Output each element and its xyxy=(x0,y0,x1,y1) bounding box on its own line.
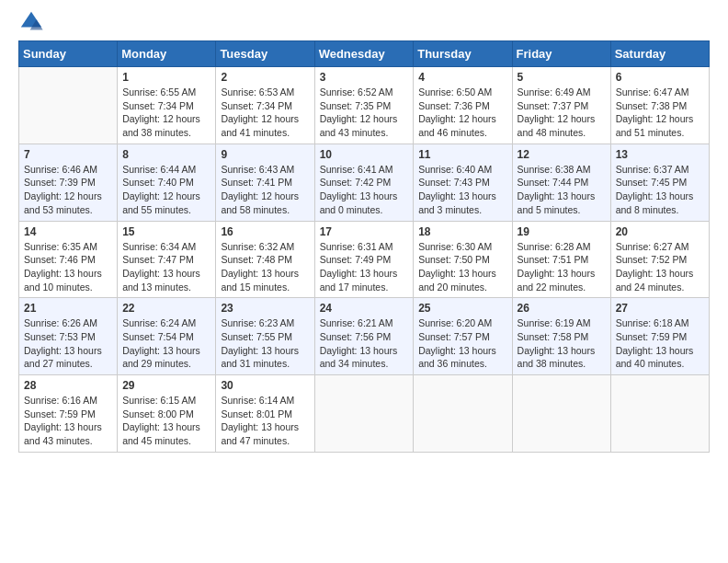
cell-info: Sunrise: 6:37 AM Sunset: 7:45 PM Dayligh… xyxy=(616,163,704,217)
calendar-cell: 24Sunrise: 6:21 AM Sunset: 7:56 PM Dayli… xyxy=(314,298,414,375)
cell-info: Sunrise: 6:55 AM Sunset: 7:34 PM Dayligh… xyxy=(122,86,210,140)
calendar-header-row: SundayMondayTuesdayWednesdayThursdayFrid… xyxy=(19,41,710,67)
day-number: 29 xyxy=(122,379,210,392)
cell-info: Sunrise: 6:18 AM Sunset: 7:59 PM Dayligh… xyxy=(616,316,704,371)
header-saturday: Saturday xyxy=(610,41,709,67)
calendar-cell xyxy=(414,375,512,453)
calendar-cell xyxy=(314,375,414,453)
header-monday: Monday xyxy=(118,41,216,67)
calendar-week-row: 21Sunrise: 6:26 AM Sunset: 7:53 PM Dayli… xyxy=(19,298,710,375)
cell-info: Sunrise: 6:14 AM Sunset: 8:01 PM Dayligh… xyxy=(221,394,309,448)
cell-info: Sunrise: 6:35 AM Sunset: 7:46 PM Dayligh… xyxy=(24,240,112,294)
calendar-week-row: 1Sunrise: 6:55 AM Sunset: 7:34 PM Daylig… xyxy=(19,67,710,144)
calendar-cell: 8Sunrise: 6:44 AM Sunset: 7:40 PM Daylig… xyxy=(118,144,216,221)
cell-info: Sunrise: 6:49 AM Sunset: 7:37 PM Dayligh… xyxy=(518,86,606,140)
day-number: 26 xyxy=(518,302,606,315)
calendar-table: SundayMondayTuesdayWednesdayThursdayFrid… xyxy=(18,40,710,453)
day-number: 19 xyxy=(518,225,606,238)
day-number: 4 xyxy=(418,71,506,84)
cell-info: Sunrise: 6:19 AM Sunset: 7:58 PM Dayligh… xyxy=(518,316,606,371)
day-number: 2 xyxy=(221,71,309,84)
day-number: 25 xyxy=(418,302,506,315)
calendar-cell: 17Sunrise: 6:31 AM Sunset: 7:49 PM Dayli… xyxy=(314,221,414,298)
calendar-cell: 29Sunrise: 6:15 AM Sunset: 8:00 PM Dayli… xyxy=(118,375,216,453)
calendar-cell: 22Sunrise: 6:24 AM Sunset: 7:54 PM Dayli… xyxy=(118,298,216,375)
calendar-cell: 25Sunrise: 6:20 AM Sunset: 7:57 PM Dayli… xyxy=(414,298,512,375)
calendar-week-row: 14Sunrise: 6:35 AM Sunset: 7:46 PM Dayli… xyxy=(19,221,710,298)
cell-info: Sunrise: 6:26 AM Sunset: 7:53 PM Dayligh… xyxy=(24,316,112,371)
calendar-cell: 27Sunrise: 6:18 AM Sunset: 7:59 PM Dayli… xyxy=(610,298,709,375)
calendar-week-row: 7Sunrise: 6:46 AM Sunset: 7:39 PM Daylig… xyxy=(19,144,710,221)
calendar-week-row: 28Sunrise: 6:16 AM Sunset: 7:59 PM Dayli… xyxy=(19,375,710,453)
day-number: 16 xyxy=(221,225,309,238)
day-number: 3 xyxy=(320,71,409,84)
cell-info: Sunrise: 6:32 AM Sunset: 7:48 PM Dayligh… xyxy=(221,240,309,294)
day-number: 11 xyxy=(418,148,506,161)
day-number: 18 xyxy=(418,225,506,238)
day-number: 6 xyxy=(616,71,704,84)
calendar-cell xyxy=(19,67,118,144)
header-tuesday: Tuesday xyxy=(216,41,314,67)
calendar-cell: 21Sunrise: 6:26 AM Sunset: 7:53 PM Dayli… xyxy=(19,298,118,375)
cell-info: Sunrise: 6:46 AM Sunset: 7:39 PM Dayligh… xyxy=(24,163,112,217)
cell-info: Sunrise: 6:15 AM Sunset: 8:00 PM Dayligh… xyxy=(122,394,210,448)
calendar-cell: 26Sunrise: 6:19 AM Sunset: 7:58 PM Dayli… xyxy=(512,298,610,375)
cell-info: Sunrise: 6:40 AM Sunset: 7:43 PM Dayligh… xyxy=(418,163,506,217)
cell-info: Sunrise: 6:38 AM Sunset: 7:44 PM Dayligh… xyxy=(518,163,606,217)
cell-info: Sunrise: 6:41 AM Sunset: 7:42 PM Dayligh… xyxy=(320,163,409,217)
logo xyxy=(18,9,48,35)
day-number: 17 xyxy=(320,225,409,238)
cell-info: Sunrise: 6:21 AM Sunset: 7:56 PM Dayligh… xyxy=(320,316,409,371)
cell-info: Sunrise: 6:52 AM Sunset: 7:35 PM Dayligh… xyxy=(320,86,409,140)
day-number: 21 xyxy=(24,302,112,315)
header-friday: Friday xyxy=(512,41,610,67)
cell-info: Sunrise: 6:24 AM Sunset: 7:54 PM Dayligh… xyxy=(122,316,210,371)
day-number: 27 xyxy=(616,302,704,315)
calendar-cell: 15Sunrise: 6:34 AM Sunset: 7:47 PM Dayli… xyxy=(118,221,216,298)
header-sunday: Sunday xyxy=(19,41,118,67)
cell-info: Sunrise: 6:20 AM Sunset: 7:57 PM Dayligh… xyxy=(418,316,506,371)
day-number: 1 xyxy=(122,71,210,84)
day-number: 22 xyxy=(122,302,210,315)
cell-info: Sunrise: 6:34 AM Sunset: 7:47 PM Dayligh… xyxy=(122,240,210,294)
calendar-cell: 6Sunrise: 6:47 AM Sunset: 7:38 PM Daylig… xyxy=(610,67,709,144)
calendar-cell: 23Sunrise: 6:23 AM Sunset: 7:55 PM Dayli… xyxy=(216,298,314,375)
calendar-cell: 28Sunrise: 6:16 AM Sunset: 7:59 PM Dayli… xyxy=(19,375,118,453)
calendar-cell: 7Sunrise: 6:46 AM Sunset: 7:39 PM Daylig… xyxy=(19,144,118,221)
calendar-cell: 2Sunrise: 6:53 AM Sunset: 7:34 PM Daylig… xyxy=(216,67,314,144)
calendar-cell: 14Sunrise: 6:35 AM Sunset: 7:46 PM Dayli… xyxy=(19,221,118,298)
cell-info: Sunrise: 6:43 AM Sunset: 7:41 PM Dayligh… xyxy=(221,163,309,217)
day-number: 30 xyxy=(221,379,309,392)
cell-info: Sunrise: 6:27 AM Sunset: 7:52 PM Dayligh… xyxy=(616,240,704,294)
calendar-cell xyxy=(610,375,709,453)
calendar-cell: 3Sunrise: 6:52 AM Sunset: 7:35 PM Daylig… xyxy=(314,67,414,144)
header-wednesday: Wednesday xyxy=(314,41,414,67)
calendar-cell: 10Sunrise: 6:41 AM Sunset: 7:42 PM Dayli… xyxy=(314,144,414,221)
day-number: 8 xyxy=(122,148,210,161)
cell-info: Sunrise: 6:23 AM Sunset: 7:55 PM Dayligh… xyxy=(221,316,309,371)
calendar-cell: 11Sunrise: 6:40 AM Sunset: 7:43 PM Dayli… xyxy=(414,144,512,221)
cell-info: Sunrise: 6:44 AM Sunset: 7:40 PM Dayligh… xyxy=(122,163,210,217)
calendar-cell: 12Sunrise: 6:38 AM Sunset: 7:44 PM Dayli… xyxy=(512,144,610,221)
day-number: 13 xyxy=(616,148,704,161)
cell-info: Sunrise: 6:53 AM Sunset: 7:34 PM Dayligh… xyxy=(221,86,309,140)
calendar-cell: 9Sunrise: 6:43 AM Sunset: 7:41 PM Daylig… xyxy=(216,144,314,221)
cell-info: Sunrise: 6:50 AM Sunset: 7:36 PM Dayligh… xyxy=(418,86,506,140)
day-number: 15 xyxy=(122,225,210,238)
calendar-cell: 19Sunrise: 6:28 AM Sunset: 7:51 PM Dayli… xyxy=(512,221,610,298)
cell-info: Sunrise: 6:31 AM Sunset: 7:49 PM Dayligh… xyxy=(320,240,409,294)
header-thursday: Thursday xyxy=(414,41,512,67)
calendar-cell: 1Sunrise: 6:55 AM Sunset: 7:34 PM Daylig… xyxy=(118,67,216,144)
day-number: 7 xyxy=(24,148,112,161)
calendar-cell: 20Sunrise: 6:27 AM Sunset: 7:52 PM Dayli… xyxy=(610,221,709,298)
day-number: 28 xyxy=(24,379,112,392)
calendar-cell: 18Sunrise: 6:30 AM Sunset: 7:50 PM Dayli… xyxy=(414,221,512,298)
day-number: 5 xyxy=(518,71,606,84)
calendar-cell: 30Sunrise: 6:14 AM Sunset: 8:01 PM Dayli… xyxy=(216,375,314,453)
calendar-cell xyxy=(512,375,610,453)
day-number: 9 xyxy=(221,148,309,161)
day-number: 12 xyxy=(518,148,606,161)
cell-info: Sunrise: 6:47 AM Sunset: 7:38 PM Dayligh… xyxy=(616,86,704,140)
logo-icon xyxy=(18,9,44,35)
day-number: 24 xyxy=(320,302,409,315)
